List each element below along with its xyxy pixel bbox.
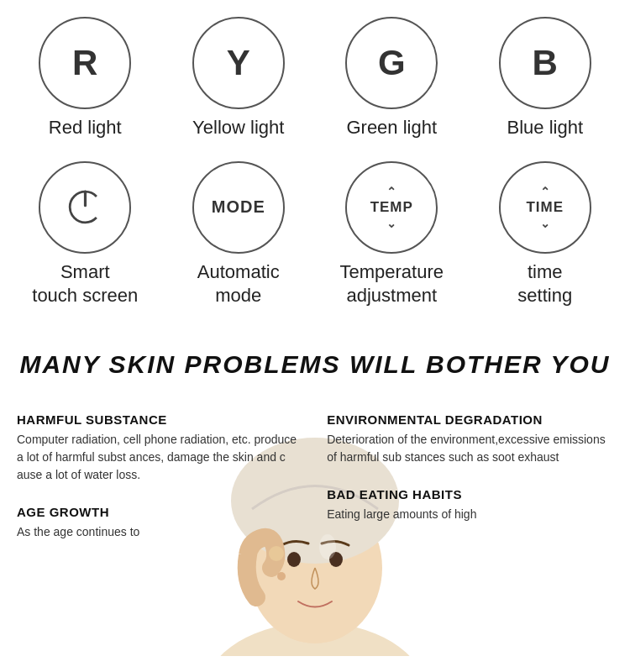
temp-icon: ⌃ TEMP ⌄ — [345, 161, 438, 254]
icon-row-1: R Red light Y Yellow light G Green light… — [8, 17, 622, 140]
icon-item-smart: Smart touch screen — [13, 161, 156, 308]
green-light-label: Green light — [346, 116, 437, 140]
time-icon: ⌃ TIME ⌄ — [499, 161, 591, 254]
icon-item-blue: B Blue light — [474, 17, 617, 140]
svg-point-9 — [277, 572, 286, 580]
icons-section: R Red light Y Yellow light G Green light… — [0, 0, 630, 317]
bad-eating-title: BAD EATING HABITS — [327, 487, 613, 501]
env-degradation-title: ENVIRONMENTAL DEGRADATION — [327, 412, 613, 427]
smart-touchscreen-icon — [39, 161, 131, 254]
smart-touchscreen-label: Smart touch screen — [32, 260, 138, 308]
harmful-substance-block: HARMFUL SUBSTANCE Computer radiation, ce… — [17, 412, 303, 484]
bad-eating-desc: Eating large amounts of high — [327, 506, 613, 523]
red-light-icon: R — [39, 17, 131, 109]
icon-item-red: R Red light — [13, 17, 156, 140]
icon-item-mode: MODE Automatic mode — [167, 161, 310, 308]
blue-light-label: Blue light — [507, 116, 583, 140]
temp-text: TEMP — [370, 199, 413, 216]
icon-row-2: Smart touch screen MODE Automatic mode ⌃… — [8, 161, 622, 308]
temp-chevron-down: ⌄ — [386, 218, 396, 229]
age-growth-title: AGE GROWTH — [17, 505, 303, 519]
temp-chevron: ⌃ TEMP ⌄ — [370, 186, 413, 229]
mode-label: Automatic mode — [197, 260, 280, 308]
mode-icon: MODE — [192, 161, 285, 254]
icon-item-temp: ⌃ TEMP ⌄ Temperature adjustment — [320, 161, 463, 308]
harmful-substance-title: HARMFUL SUBSTANCE — [17, 412, 303, 427]
temp-chevron-up: ⌃ — [386, 186, 396, 197]
text-columns: HARMFUL SUBSTANCE Computer radiation, ce… — [0, 412, 630, 562]
banner: MANY SKIN PROBLEMS WILL BOTHER YOU — [0, 325, 630, 396]
yellow-light-label: Yellow light — [192, 116, 284, 140]
power-svg — [62, 184, 108, 230]
time-chevron-down: ⌄ — [540, 218, 550, 229]
icon-item-green: G Green light — [320, 17, 463, 140]
blue-light-icon: B — [499, 17, 591, 109]
harmful-substance-desc: Computer radiation, cell phone radiation… — [17, 431, 303, 484]
env-degradation-desc: Deterioration of the environment,excessi… — [327, 431, 613, 466]
right-column: ENVIRONMENTAL DEGRADATION Deterioration … — [327, 412, 613, 562]
red-light-label: Red light — [49, 116, 122, 140]
banner-text: MANY SKIN PROBLEMS WILL BOTHER YOU — [17, 350, 613, 379]
time-text: TIME — [526, 199, 564, 216]
bad-eating-block: BAD EATING HABITS Eating large amounts o… — [327, 487, 613, 523]
env-degradation-block: ENVIRONMENTAL DEGRADATION Deterioration … — [327, 412, 613, 466]
temp-label: Temperature adjustment — [339, 260, 444, 308]
time-label: time setting — [517, 260, 572, 308]
icon-item-yellow: Y Yellow light — [167, 17, 310, 140]
age-growth-desc: As the age continues to — [17, 523, 303, 541]
time-chevron: ⌃ TIME ⌄ — [526, 186, 564, 229]
icon-item-time: ⌃ TIME ⌄ time setting — [474, 161, 617, 308]
bottom-section: HARMFUL SUBSTANCE Computer radiation, ce… — [0, 396, 630, 656]
green-light-icon: G — [345, 17, 438, 109]
age-growth-block: AGE GROWTH As the age continues to — [17, 505, 303, 541]
yellow-light-icon: Y — [192, 17, 285, 109]
time-chevron-up: ⌃ — [540, 186, 550, 197]
left-column: HARMFUL SUBSTANCE Computer radiation, ce… — [17, 412, 303, 562]
